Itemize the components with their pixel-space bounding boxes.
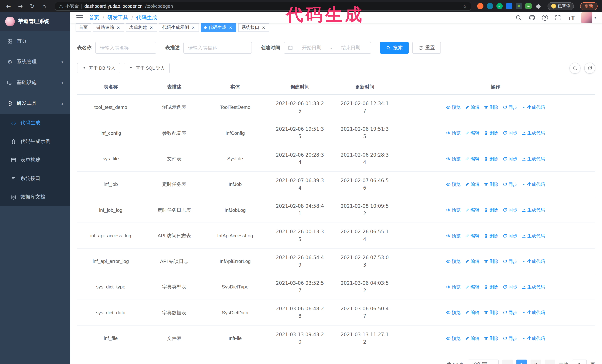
bookmark-star-icon[interactable]	[462, 3, 467, 9]
preview-link[interactable]: 预览	[446, 258, 461, 265]
delete-link[interactable]: 删除	[484, 232, 498, 239]
url-bar[interactable]: 不安全 dashboard.yudao.iocoder.cn/tool/code…	[55, 2, 471, 10]
browser-back-icon[interactable]	[4, 2, 13, 10]
delete-link[interactable]: 删除	[484, 207, 498, 213]
refresh-table-button[interactable]	[584, 62, 595, 74]
edit-link[interactable]: 编辑	[465, 232, 479, 239]
delete-link[interactable]: 删除	[484, 258, 498, 265]
sync-link[interactable]: 同步	[503, 207, 517, 213]
tab-codegen[interactable]: 代码生成	[201, 23, 236, 32]
hamburger-icon[interactable]	[76, 15, 83, 20]
extension-icon-3[interactable]	[496, 3, 503, 9]
sidebar-item-system[interactable]: 系统管理	[0, 52, 70, 72]
preview-link[interactable]: 预览	[446, 335, 461, 342]
preview-link[interactable]: 预览	[446, 155, 461, 162]
preview-link[interactable]: 预览	[446, 232, 461, 239]
edit-link[interactable]: 编辑	[465, 258, 479, 265]
generate-code-link[interactable]: 生成代码	[522, 284, 545, 290]
tab-close-icon[interactable]	[116, 25, 121, 30]
delete-link[interactable]: 删除	[484, 104, 498, 111]
generate-code-link[interactable]: 生成代码	[522, 181, 545, 188]
extension-icon-2[interactable]	[487, 3, 493, 9]
github-icon[interactable]	[529, 14, 535, 21]
delete-link[interactable]: 删除	[484, 130, 498, 136]
generate-code-link[interactable]: 生成代码	[522, 309, 545, 316]
sync-link[interactable]: 同步	[503, 309, 517, 316]
reset-button[interactable]: 重置	[412, 42, 441, 54]
breadcrumb-dev-tools[interactable]: 研发工具	[108, 14, 128, 21]
sync-link[interactable]: 同步	[503, 155, 517, 162]
generate-code-link[interactable]: 生成代码	[522, 207, 545, 213]
browser-forward-icon[interactable]	[16, 2, 24, 10]
delete-link[interactable]: 删除	[484, 335, 498, 342]
extension-icon-4[interactable]	[506, 3, 512, 9]
delete-link[interactable]: 删除	[484, 284, 498, 290]
table-desc-input[interactable]	[183, 42, 252, 54]
edit-link[interactable]: 编辑	[465, 309, 479, 316]
sync-link[interactable]: 同步	[503, 181, 517, 188]
extensions-puzzle-icon[interactable]	[535, 3, 541, 9]
delete-link[interactable]: 删除	[484, 181, 498, 188]
preview-link[interactable]: 预览	[446, 130, 461, 136]
profile-paused-chip[interactable]: 已暂停	[548, 2, 574, 10]
edit-link[interactable]: 编辑	[465, 181, 479, 188]
browser-home-icon[interactable]	[40, 2, 48, 10]
extension-icon-1[interactable]	[477, 3, 484, 9]
sync-link[interactable]: 同步	[503, 284, 517, 290]
tab-trace[interactable]: 链路追踪	[93, 23, 124, 32]
edit-link[interactable]: 编辑	[465, 104, 479, 111]
sync-link[interactable]: 同步	[503, 104, 517, 111]
import-sql-button[interactable]: 基于 SQL 导入	[124, 63, 170, 73]
help-icon[interactable]	[542, 15, 548, 21]
sidebar-subitem-form-builder[interactable]: 表单构建	[0, 151, 70, 169]
generate-code-link[interactable]: 生成代码	[522, 104, 545, 111]
generate-code-link[interactable]: 生成代码	[522, 155, 545, 162]
date-range-picker[interactable]: 开始日期 - 结束日期	[284, 42, 371, 54]
tab-close-icon[interactable]	[149, 25, 154, 30]
tab-close-icon[interactable]	[191, 25, 196, 30]
tab-close-icon[interactable]	[228, 25, 233, 30]
sync-link[interactable]: 同步	[503, 130, 517, 136]
import-db-button[interactable]: 基于 DB 导入	[77, 63, 120, 73]
sync-link[interactable]: 同步	[503, 335, 517, 342]
sidebar-item-infra[interactable]: 基础设施	[0, 72, 70, 93]
edit-link[interactable]: 编辑	[465, 130, 479, 136]
sidebar-subitem-codegen-example[interactable]: 代码生成示例	[0, 132, 70, 151]
generate-code-link[interactable]: 生成代码	[522, 335, 545, 342]
next-page-button[interactable]: ›	[545, 360, 555, 364]
prev-page-button[interactable]: ‹	[502, 360, 513, 364]
font-size-icon[interactable]	[568, 15, 575, 21]
generate-code-link[interactable]: 生成代码	[522, 232, 545, 239]
browser-update-button[interactable]: 更新	[580, 2, 598, 10]
edit-link[interactable]: 编辑	[465, 335, 479, 342]
user-menu[interactable]	[581, 12, 596, 23]
toggle-search-button[interactable]	[570, 62, 580, 74]
sidebar-subitem-db-doc[interactable]: 数据库文档	[0, 188, 70, 206]
sidebar-subitem-codegen[interactable]: 代码生成	[0, 114, 70, 132]
extension-icon-6[interactable]	[525, 3, 532, 9]
tab-form-builder[interactable]: 表单构建	[126, 23, 157, 32]
page-button-1[interactable]: 1	[516, 360, 527, 364]
breadcrumb-home[interactable]: 首页	[89, 14, 99, 21]
tab-codegen-example[interactable]: 代码生成示例	[159, 23, 199, 32]
fullscreen-icon[interactable]	[555, 14, 561, 21]
preview-link[interactable]: 预览	[446, 104, 461, 111]
page-button-2[interactable]: 2	[530, 360, 541, 364]
sidebar-item-home[interactable]: 首页	[0, 31, 70, 52]
preview-link[interactable]: 预览	[446, 207, 461, 213]
goto-page-input[interactable]	[572, 360, 587, 364]
preview-link[interactable]: 预览	[446, 309, 461, 316]
tab-close-icon[interactable]	[261, 25, 266, 30]
page-size-select[interactable]: 10条/页	[468, 360, 499, 364]
browser-reload-icon[interactable]	[28, 2, 36, 10]
edit-link[interactable]: 编辑	[465, 284, 479, 290]
delete-link[interactable]: 删除	[484, 309, 498, 316]
search-icon[interactable]	[515, 14, 522, 21]
delete-link[interactable]: 删除	[484, 155, 498, 162]
edit-link[interactable]: 编辑	[465, 155, 479, 162]
sidebar-subitem-system-api[interactable]: 系统接口	[0, 169, 70, 188]
generate-code-link[interactable]: 生成代码	[522, 258, 545, 265]
tab-system-api[interactable]: 系统接口	[238, 23, 269, 32]
preview-link[interactable]: 预览	[446, 284, 461, 290]
search-button[interactable]: 搜索	[380, 42, 408, 54]
